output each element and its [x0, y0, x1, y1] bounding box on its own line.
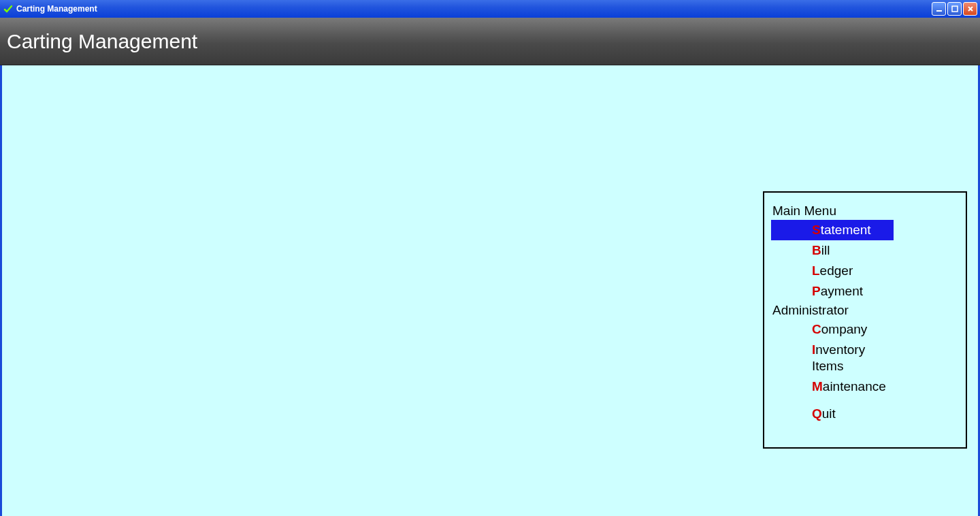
svg-rect-0 [936, 10, 942, 12]
menu-section-administrator: Administrator [764, 303, 966, 318]
page-title: Carting Management [7, 30, 197, 53]
window-controls [932, 2, 977, 16]
menu-item-ledger[interactable]: Ledger [771, 261, 894, 281]
header-band: Carting Management [0, 18, 980, 65]
svg-rect-1 [952, 6, 958, 12]
menu-item-payment[interactable]: Payment [771, 281, 894, 302]
window-title: Carting Management [16, 4, 97, 14]
maximize-button[interactable] [947, 2, 962, 16]
titlebar: Carting Management [0, 0, 980, 18]
minimize-button[interactable] [932, 2, 946, 16]
menu-item-quit[interactable]: Quit [771, 404, 894, 424]
app-icon [3, 3, 14, 14]
menu-item-bill[interactable]: Bill [771, 240, 894, 261]
menu-item-statement[interactable]: Statement [771, 220, 894, 240]
close-button[interactable] [963, 2, 977, 16]
main-menu-panel: Main Menu Statement Bill Ledger Payment … [763, 191, 967, 449]
menu-section-main: Main Menu [764, 204, 966, 219]
content-area: Main Menu Statement Bill Ledger Payment … [0, 65, 980, 516]
menu-item-company[interactable]: Company [771, 319, 894, 340]
menu-item-inventory-items[interactable]: Inventory Items [771, 340, 894, 376]
menu-item-maintenance[interactable]: Maintenance [771, 376, 894, 397]
